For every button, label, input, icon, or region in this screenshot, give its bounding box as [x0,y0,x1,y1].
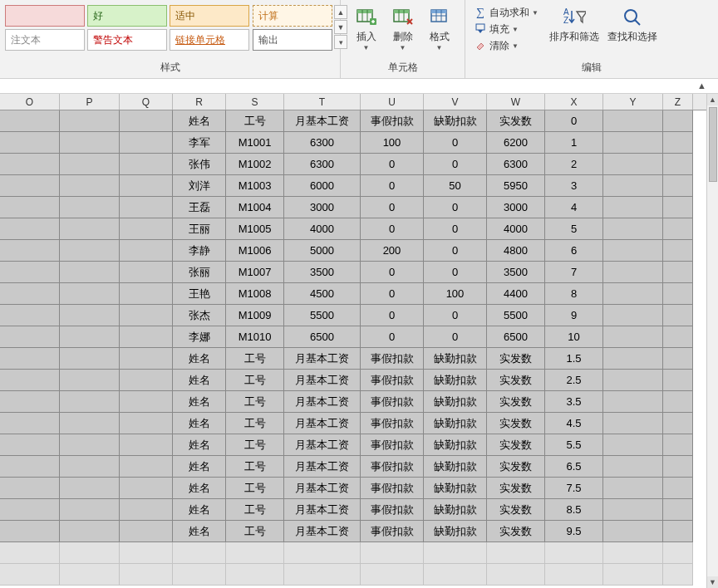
cell[interactable]: 0 [424,326,487,348]
cell[interactable]: 6200 [487,132,545,154]
cell[interactable] [60,154,120,175]
cell[interactable]: 姓名 [173,478,226,499]
cell[interactable]: 0 [361,154,424,175]
cell[interactable] [120,499,173,521]
cell[interactable]: 4800 [487,240,545,262]
cell[interactable]: 姓名 [173,110,226,132]
cell[interactable]: 0 [424,218,487,240]
cell[interactable] [120,413,173,434]
cell[interactable] [120,542,173,564]
spreadsheet-grid[interactable]: OPQRSTUVWXYZ 姓名工号月基本工资事假扣款缺勤扣款实发数0李军M100… [0,94,718,588]
cell[interactable]: 0 [361,175,424,197]
cell[interactable]: 事假扣款 [361,110,424,132]
cell[interactable]: 事假扣款 [361,456,424,478]
cell[interactable] [0,305,60,326]
cell[interactable]: 4500 [284,283,361,305]
format-button[interactable]: 格式 ▼ [421,2,458,51]
cell[interactable]: 工号 [226,110,284,132]
cell[interactable]: 2.5 [545,370,603,391]
cell[interactable] [0,283,60,305]
cell[interactable] [60,305,120,326]
column-header-T[interactable]: T [284,94,361,110]
cell[interactable]: 1.5 [545,348,603,370]
cell[interactable]: 缺勤扣款 [424,370,487,391]
cell[interactable] [60,326,120,348]
cell[interactable] [603,283,663,305]
cell[interactable]: 1 [545,132,603,154]
cell[interactable]: 5 [545,218,603,240]
cell[interactable]: M1009 [226,305,284,326]
cell[interactable] [0,456,60,478]
style-cell-1[interactable]: 好 [87,5,167,27]
cell[interactable] [120,478,173,499]
cell[interactable]: 3.5 [545,391,603,413]
cell[interactable] [60,132,120,154]
cell[interactable] [60,197,120,218]
cell[interactable]: 5000 [284,240,361,262]
cell[interactable]: 4400 [487,283,545,305]
cell[interactable] [60,499,120,521]
cell[interactable]: 月基本工资 [284,521,361,542]
cell[interactable]: 实发数 [487,391,545,413]
cell[interactable]: 事假扣款 [361,521,424,542]
cell[interactable] [603,326,663,348]
cell[interactable]: 9.5 [545,521,603,542]
cell[interactable] [120,370,173,391]
style-gallery[interactable]: 好适中注文本警告文本链接单元格 [5,2,249,51]
cell[interactable] [120,218,173,240]
column-header-U[interactable]: U [361,94,424,110]
cell[interactable] [60,370,120,391]
column-header-O[interactable]: O [0,94,60,110]
cell[interactable]: 6300 [284,132,361,154]
cell[interactable] [60,564,120,586]
cell[interactable] [663,348,693,370]
cell[interactable]: 10 [545,326,603,348]
cell[interactable]: 工号 [226,434,284,456]
cell[interactable] [603,240,663,262]
cell[interactable] [603,218,663,240]
column-header-W[interactable]: W [487,94,545,110]
cell[interactable] [663,434,693,456]
cell[interactable]: M1007 [226,262,284,283]
cell[interactable]: 姓名 [173,521,226,542]
cell[interactable] [0,348,60,370]
cell[interactable] [603,348,663,370]
fill-button[interactable]: 填充 ▼ [474,21,542,37]
style-cell-0[interactable] [5,5,85,27]
cell[interactable] [663,262,693,283]
cell[interactable]: 缺勤扣款 [424,413,487,434]
cell[interactable]: 缺勤扣款 [424,499,487,521]
cell[interactable]: 3000 [487,197,545,218]
cell[interactable]: 4000 [487,218,545,240]
cell[interactable] [663,499,693,521]
cell[interactable]: 月基本工资 [284,110,361,132]
cell[interactable] [0,175,60,197]
cell[interactable]: M1003 [226,175,284,197]
cell[interactable]: 0 [361,197,424,218]
cell[interactable] [120,434,173,456]
collapse-ribbon-icon[interactable]: ▲ [697,81,706,91]
cell[interactable] [60,391,120,413]
cell[interactable]: 工号 [226,391,284,413]
cell[interactable]: 工号 [226,521,284,542]
cell[interactable]: M1002 [226,154,284,175]
cell[interactable]: 实发数 [487,478,545,499]
cell[interactable] [0,132,60,154]
cell[interactable] [284,542,361,564]
cell[interactable] [60,478,120,499]
column-header-X[interactable]: X [545,94,603,110]
cell[interactable]: 事假扣款 [361,413,424,434]
cell[interactable] [603,456,663,478]
insert-button[interactable]: 插入 ▼ [348,2,385,51]
cell[interactable] [120,521,173,542]
cell[interactable]: 月基本工资 [284,413,361,434]
cell[interactable]: M1001 [226,132,284,154]
cell[interactable] [603,370,663,391]
cell[interactable]: 5950 [487,175,545,197]
cell[interactable] [120,154,173,175]
cell[interactable]: 姓名 [173,456,226,478]
cell[interactable] [603,262,663,283]
cell[interactable] [663,283,693,305]
cell[interactable]: 王磊 [173,197,226,218]
cell[interactable] [226,564,284,586]
